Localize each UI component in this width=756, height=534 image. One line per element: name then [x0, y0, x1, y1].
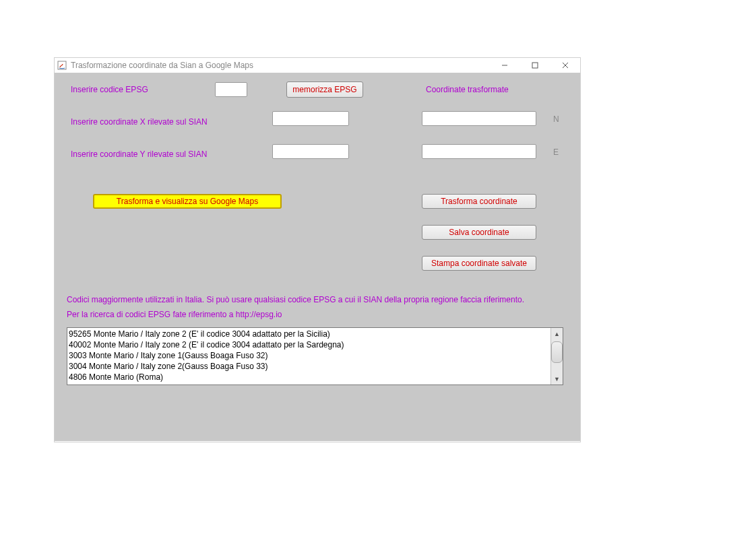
list-content: 95265 Monte Mario / Italy zone 2 (E' il …: [67, 328, 563, 383]
scroll-up-icon[interactable]: ▲: [551, 328, 563, 339]
print-button[interactable]: Stampa coordinate salvate: [422, 256, 536, 271]
label-epsg: Inserire codice EPSG: [71, 85, 148, 94]
scroll-down-icon[interactable]: ▼: [551, 373, 563, 385]
output-n-input[interactable]: [422, 111, 536, 126]
titlebar: Trasformazione coordinate da Sian a Goog…: [55, 58, 580, 73]
label-transformed: Coordinate trasformate: [426, 85, 509, 94]
app-window: Trasformazione coordinate da Sian a Goog…: [54, 57, 581, 442]
label-coord-y: Inserire coordinate Y rilevate sul SIAN: [71, 149, 207, 159]
maximize-button[interactable]: [519, 58, 550, 73]
scroll-thumb[interactable]: [551, 341, 563, 363]
memorize-epsg-button[interactable]: memorizza EPSG: [286, 81, 363, 98]
save-button[interactable]: Salva coordinate: [422, 225, 536, 240]
list-item[interactable]: 3004 Monte Mario / Italy zone 2(Gauss Bo…: [69, 361, 561, 372]
coord-x-input[interactable]: [272, 111, 349, 126]
label-e: E: [553, 147, 559, 157]
list-item[interactable]: 4806 Monte Mario (Roma): [69, 372, 561, 382]
output-e-input[interactable]: [422, 144, 536, 159]
label-info2: Per la ricerca di codici EPSG fate rifer…: [67, 310, 282, 319]
transform-button[interactable]: Trasforma coordinate: [422, 194, 536, 209]
coord-y-input[interactable]: [272, 144, 349, 159]
list-item[interactable]: 40002 Monte Mario / Italy zone 2 (E' il …: [69, 339, 561, 350]
transform-view-button[interactable]: Trasforma e visualizza su Google Maps: [93, 194, 282, 209]
client-area: Inserire codice EPSG memorizza EPSG Coor…: [55, 73, 580, 441]
label-info1: Codici maggiormente utilizzati in Italia…: [67, 295, 524, 304]
svg-rect-2: [532, 63, 538, 68]
scrollbar[interactable]: ▲ ▼: [550, 328, 563, 385]
java-app-icon: [57, 61, 67, 70]
window-controls: [489, 58, 580, 73]
window-title: Trasformazione coordinate da Sian a Goog…: [71, 61, 253, 70]
close-button[interactable]: [550, 58, 580, 73]
list-item[interactable]: 3003 Monte Mario / Italy zone 1(Gauss Bo…: [69, 350, 561, 361]
label-coord-x: Inserire coordinate X rilevate sul SIAN: [71, 117, 208, 127]
label-n: N: [553, 114, 559, 124]
epsg-codes-listbox[interactable]: 95265 Monte Mario / Italy zone 2 (E' il …: [67, 327, 563, 385]
epsg-input[interactable]: [215, 82, 247, 97]
minimize-button[interactable]: [489, 58, 519, 73]
list-item[interactable]: 95265 Monte Mario / Italy zone 2 (E' il …: [69, 329, 561, 339]
